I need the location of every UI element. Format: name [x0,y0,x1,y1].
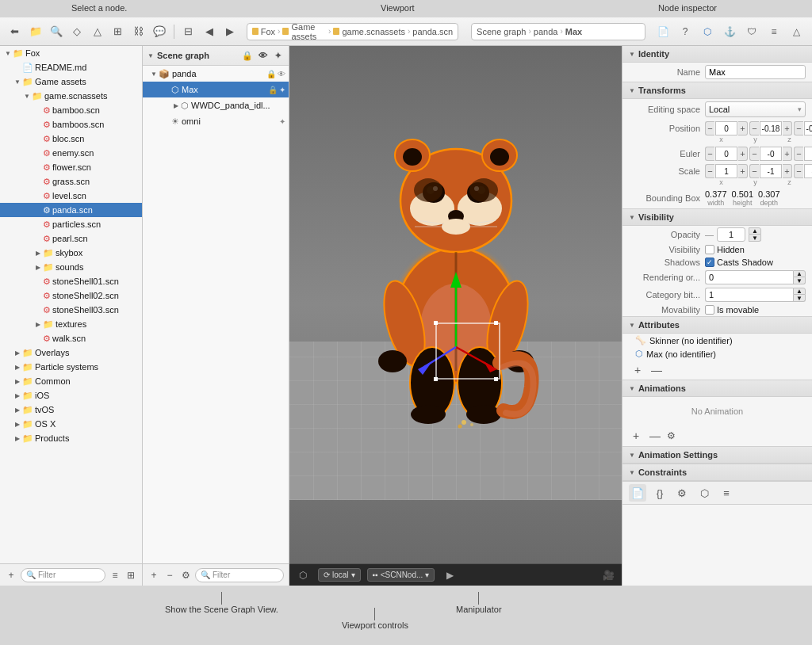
sidebar-item-osx[interactable]: 📁 OS X [0,417,142,431]
sidebar-item-pearl[interactable]: ⚙ pearl.scn [0,231,142,246]
attr-add-btn[interactable]: + [630,363,645,377]
toolbar-grid-btn[interactable]: ⊞ [109,23,127,40]
scene-add-btn[interactable]: + [147,569,160,582]
scnassets-disclosure[interactable] [22,91,32,101]
vc-local-btn[interactable]: ⟳ local ▾ [318,568,361,582]
sidebar-item-bamboos[interactable]: ⚙ bamboos.scn [0,117,142,132]
toolbar-triangle-btn[interactable]: △ [89,23,106,40]
scene-action-sun[interactable]: ✦ [271,49,284,62]
sidebar-item-game-assets[interactable]: 📁 Game assets [0,74,142,89]
attribute-max[interactable]: ⬡ Max (no identifier) [622,347,812,361]
animations-section-header[interactable]: ▼ Animations [622,380,812,397]
scale-x-minus[interactable]: − [705,164,714,178]
panda-scene-disclosure[interactable]: ▼ [149,71,159,78]
toolbar-folder-btn[interactable]: 📁 [27,23,44,40]
scene-remove-btn[interactable]: − [163,569,176,582]
breadcrumb-scnassets[interactable]: game.scnassets [342,27,404,36]
inspector-file-btn[interactable]: 📄 [653,22,672,41]
sidebar-item-particles[interactable]: ⚙ particles.scn [0,217,142,231]
vc-play-btn[interactable]: ▶ [441,567,458,584]
scene-item-omni[interactable]: ▶ ☀ omni ✦ [143,113,289,129]
particlesys-disclosure[interactable] [13,362,22,372]
wwdc-disclosure[interactable]: ▶ [171,102,181,109]
sounds-disclosure[interactable] [33,262,43,272]
textures-disclosure[interactable] [33,319,43,329]
sidebar-item-particle-systems[interactable]: 📁 Particle systems [0,360,142,374]
overlays-disclosure[interactable] [13,348,22,357]
toolbar-prev-btn[interactable]: ◀ [201,23,218,40]
sidebar-item-overlays[interactable]: 📁 Overlays [0,345,142,360]
opacity-down-btn[interactable]: ▼ [749,235,761,242]
sidebar-item-enemy[interactable]: ⚙ enemy.scn [0,146,142,160]
scene-bc-2[interactable]: panda [534,27,558,36]
breadcrumb-panda[interactable]: panda.scn [412,27,453,36]
pos-x-plus[interactable]: + [738,121,748,135]
shadows-checkbox[interactable]: ✓ [705,258,714,267]
anim-add-btn[interactable]: + [629,429,643,443]
fox-disclosure[interactable] [3,48,13,58]
sidebar-item-readme[interactable]: 📄 README.md [0,60,142,74]
inspector-shield-btn[interactable]: 🛡 [742,22,761,41]
toolbar-msg-btn[interactable]: 💬 [151,23,168,40]
toolbar-next-btn[interactable]: ▶ [221,23,239,40]
movability-checkbox[interactable] [705,305,714,315]
osx-disclosure[interactable] [13,419,22,429]
ib-tab-node[interactable]: ⬡ [695,484,713,502]
breadcrumb-fox[interactable]: Fox [261,27,275,36]
euler-x-plus[interactable]: + [738,147,748,161]
sidebar-item-products[interactable]: 📁 Products [0,431,142,445]
ib-tab-inspector[interactable]: ≡ [718,484,735,502]
toolbar-back-btn[interactable]: ⬅ [6,23,24,40]
sidebar-item-panda[interactable]: ⚙ panda.scn [0,203,142,217]
vc-cube-icon[interactable]: ⬡ [294,567,312,584]
scene-bc-3[interactable]: Max [565,27,582,36]
rendering-input[interactable]: 0 [705,270,793,284]
sidebar-item-grass[interactable]: ⚙ grass.scn [0,174,142,189]
inspector-anchor-btn[interactable]: ⚓ [720,22,739,41]
sidebar-item-skybox[interactable]: 📁 skybox [0,246,142,260]
sidebar-item-level[interactable]: ⚙ level.scn [0,189,142,203]
rendering-down-btn[interactable]: ▼ [793,277,806,284]
inspector-triangle-btn[interactable]: △ [787,22,806,41]
scene-item-max[interactable]: ▶ ⬡ Max 🔒 ✦ [143,82,289,97]
vc-node-btn[interactable]: ▪▪ <SCNNod... ▾ [367,568,435,582]
sidebar-add-btn[interactable]: + [5,569,17,582]
transforms-section-header[interactable]: ▼ Transforms [622,82,812,99]
sidebar-item-stoneshell01[interactable]: ⚙ stoneShell01.scn [0,274,142,288]
inspector-cube-btn[interactable]: ⬡ [698,22,717,41]
sidebar-item-bamboo[interactable]: ⚙ bamboo.scn [0,103,142,117]
inspector-list-btn[interactable]: ≡ [764,22,783,41]
pos-x-minus[interactable]: − [705,121,714,135]
euler-y-minus[interactable]: − [749,147,759,161]
visibility-section-header[interactable]: ▼ Visibility [622,209,812,226]
sidebar-item-tvos[interactable]: 📁 tvOS [0,403,142,417]
category-down-btn[interactable]: ▼ [793,295,806,302]
toolbar-link-btn[interactable]: ⛓ [130,23,147,40]
anim-remove-btn[interactable]: — [648,429,662,443]
viewport-canvas[interactable] [289,46,622,563]
attribute-skinner[interactable]: 🦴 Skinner (no identifier) [622,334,812,347]
scale-x-plus[interactable]: + [738,164,748,178]
scale-y-minus[interactable]: − [749,164,759,178]
scale-z-minus[interactable]: − [794,164,803,178]
ib-tab-doc[interactable]: 📄 [629,484,646,502]
sidebar-item-common[interactable]: 📁 Common [0,374,142,388]
tvos-disclosure[interactable] [13,405,22,414]
constraints-section-header[interactable]: ▼ Constraints [622,464,812,481]
sidebar-item-stoneshell03[interactable]: ⚙ stoneShell03.scn [0,303,142,317]
gameassets-disclosure[interactable] [13,77,22,86]
scene-action-lock[interactable]: 🔒 [241,49,254,62]
sidebar-item-ios[interactable]: 📁 iOS [0,388,142,403]
inspector-help-btn[interactable]: ? [676,22,695,41]
editing-space-select[interactable]: Local ▾ [705,101,806,117]
scale-y-plus[interactable]: + [783,164,792,178]
visibility-checkbox[interactable] [705,245,714,254]
sidebar-item-flower[interactable]: ⚙ flower.scn [0,160,142,174]
scene-item-wwdc[interactable]: ▶ ⬡ WWDC_panda_idl... [143,97,289,113]
scene-action-eye[interactable]: 👁 [256,49,269,62]
skybox-disclosure[interactable] [33,248,43,258]
scene-gear-btn[interactable]: ⚙ [179,569,192,582]
attr-remove-btn[interactable]: — [649,363,664,377]
sidebar-item-stoneshell02[interactable]: ⚙ stoneShell02.scn [0,288,142,303]
vc-camera-icon[interactable]: 🎥 [599,567,617,584]
